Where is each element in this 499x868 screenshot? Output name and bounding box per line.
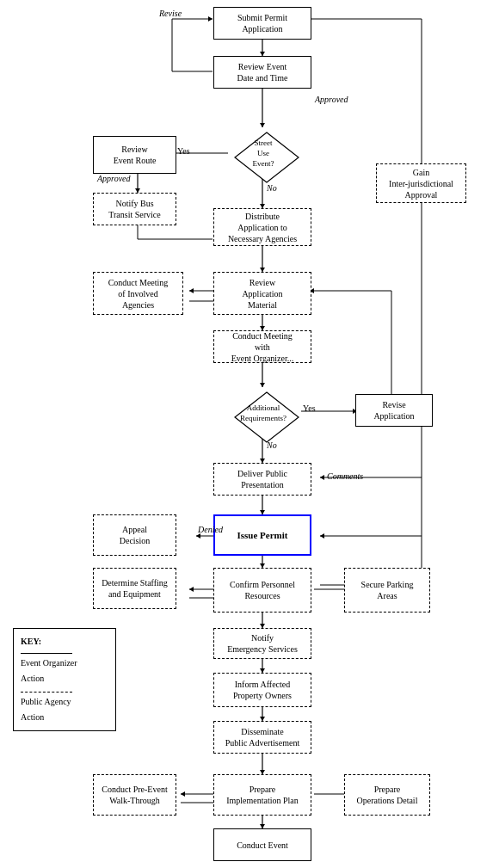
additional-req-diamond: AdditionalRequirements?: [230, 387, 297, 440]
review-event-route-box: Review Event Route: [93, 136, 176, 174]
secure-parking-box: Secure Parking Areas: [344, 568, 430, 613]
gain-inter-box: Gain Inter-jurisdictional Approval: [376, 163, 466, 203]
street-use-diamond: StreetUseEvent?: [230, 127, 297, 181]
yes2-label: Yes: [303, 403, 316, 413]
svg-marker-13: [208, 16, 213, 22]
notify-bus-box: Notify Bus Transit Service: [93, 193, 176, 225]
deliver-presentation-box: Deliver Public Presentation: [213, 463, 311, 496]
key-title: KEY:: [21, 634, 108, 649]
prepare-implementation-box: Prepare Implementation Plan: [213, 774, 311, 816]
revise-application-box: Revise Application: [355, 394, 433, 427]
flowchart-diagram: Submit Permit Application Revise Review …: [0, 0, 499, 868]
conduct-meeting-organizer-box: Conduct Meeting with Event Organizer...: [213, 330, 311, 363]
confirm-personnel-box: Confirm Personnel Resources: [213, 568, 311, 613]
distribute-box: Distribute Application to Necessary Agen…: [213, 208, 311, 246]
approved2-label: Approved: [97, 174, 131, 183]
no2-label: No: [267, 440, 277, 450]
review-application-box: Review Application Material: [213, 272, 311, 315]
denied-label: Denied: [198, 525, 223, 534]
svg-marker-45: [189, 587, 194, 592]
no-label: No: [267, 183, 277, 193]
key-public-agency: Public AgencyAction: [21, 694, 108, 725]
street-use-label: StreetUseEvent?: [253, 139, 274, 169]
determine-staffing-box: Determine Staffing and Equipment: [93, 568, 176, 609]
inform-affected-box: Inform Affected Property Owners: [213, 673, 311, 707]
comments-label: Comments: [327, 471, 363, 481]
additional-req-label: AdditionalRequirements?: [240, 403, 286, 423]
key-box: KEY: Event OrganizerAction Public Agency…: [13, 628, 116, 731]
svg-marker-67: [320, 533, 324, 539]
key-dashed-line: [21, 692, 72, 693]
review-event-date-box: Review Event Date and Time: [213, 56, 311, 89]
svg-marker-59: [181, 791, 185, 797]
conduct-pre-event-box: Conduct Pre-Event Walk-Through: [93, 774, 176, 816]
conduct-meeting-agencies-box: Conduct Meeting of Involved Agencies: [93, 272, 183, 315]
notify-emergency-box: Notify Emergency Services: [213, 628, 311, 659]
conduct-event-box: Conduct Event: [213, 828, 311, 861]
approved1-label: Approved: [315, 95, 348, 104]
appeal-decision-box: Appeal Decision: [93, 514, 176, 556]
disseminate-box: Disseminate Public Advertisement: [213, 721, 311, 754]
submit-permit-box: Submit Permit Application: [213, 7, 311, 40]
prepare-operations-box: Prepare Operations Detail: [344, 774, 430, 816]
issue-permit-box: Issue Permit: [213, 514, 311, 556]
revise-label: Revise: [159, 9, 182, 18]
svg-marker-21: [189, 288, 194, 293]
key-event-organizer: Event OrganizerAction: [21, 656, 108, 686]
yes-label: Yes: [177, 146, 190, 156]
svg-marker-38: [320, 475, 324, 480]
key-solid-line: [21, 653, 72, 654]
